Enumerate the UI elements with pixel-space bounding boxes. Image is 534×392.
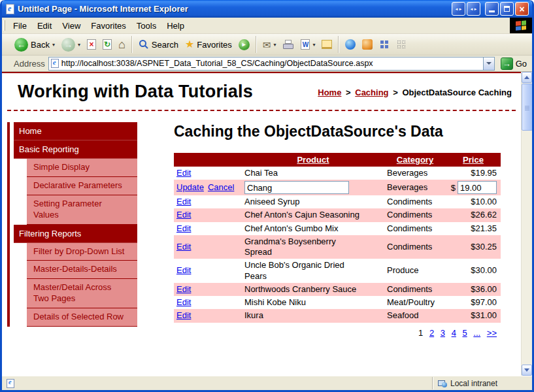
- close-icon: ×: [519, 5, 524, 14]
- toolbar-separator: [256, 36, 257, 53]
- edit-link[interactable]: Edit: [176, 223, 191, 233]
- pager-link-ellipsis[interactable]: ...: [473, 328, 480, 338]
- discuss-button[interactable]: [319, 39, 335, 50]
- vertical-scrollbar[interactable]: [521, 72, 532, 376]
- page-header: Working with Data Tutorials Home > Cachi…: [2, 73, 521, 106]
- scroll-up-button[interactable]: [522, 72, 532, 83]
- sidebar-item-setting-parameter-values[interactable]: Setting Parameter Values: [27, 195, 137, 225]
- category-cell: Condiments: [384, 222, 446, 235]
- product-sort-link[interactable]: Product: [297, 155, 329, 165]
- stop-button[interactable]: ×: [84, 38, 99, 51]
- refresh-button[interactable]: ↻: [100, 38, 114, 51]
- status-left-pane: [4, 379, 432, 388]
- back-dropdown-icon[interactable]: ▾: [52, 42, 55, 48]
- search-button[interactable]: Search: [136, 38, 181, 51]
- print-button[interactable]: [280, 38, 297, 52]
- media-button[interactable]: ►: [236, 38, 252, 52]
- sidebar-item-declarative-parameters[interactable]: Declarative Parameters: [27, 177, 137, 195]
- edit-link[interactable]: Edit: [176, 197, 191, 206]
- minimize-button[interactable]: [485, 2, 499, 16]
- pager-link-3[interactable]: 3: [441, 328, 445, 338]
- forward-dropdown-icon[interactable]: ▾: [78, 42, 80, 48]
- favorites-button[interactable]: ★ Favorites: [182, 38, 235, 51]
- messenger-button[interactable]: [342, 38, 358, 51]
- edit-link[interactable]: Edit: [176, 168, 191, 178]
- scroll-thumb[interactable]: [522, 84, 532, 131]
- product-name-input[interactable]: [244, 181, 349, 194]
- menu-favorites[interactable]: Favorites: [86, 18, 131, 33]
- menu-file[interactable]: File: [8, 18, 32, 33]
- sidebar-nav: Home Basic Reporting Simple Display Decl…: [7, 122, 145, 327]
- toggle-grid-button[interactable]: [393, 38, 409, 51]
- sidebar-item-basic-reporting[interactable]: Basic Reporting: [14, 140, 137, 159]
- main-content: Caching the ObjectDataSource's Data Prod…: [145, 122, 521, 341]
- edit-link[interactable]: Edit: [176, 265, 191, 275]
- sidebar-item-details-of-selected-row[interactable]: Details of Selected Row: [27, 308, 137, 327]
- throbber-box: [510, 18, 532, 33]
- sidebar-item-master-detail-two-pages[interactable]: Master/Detail Across Two Pages: [27, 279, 137, 308]
- breadcrumb-caching-link[interactable]: Caching: [355, 88, 388, 97]
- forward-button[interactable]: → ▾: [59, 37, 83, 53]
- browser-viewport: Working with Data Tutorials Home > Cachi…: [2, 72, 532, 376]
- update-link[interactable]: Update: [176, 182, 204, 192]
- maximize-button[interactable]: [500, 2, 514, 16]
- edit-link[interactable]: Edit: [176, 284, 191, 294]
- pager-link-next[interactable]: >>: [487, 328, 497, 338]
- go-arrow-icon: →: [501, 57, 513, 70]
- mail-dropdown-icon[interactable]: ▾: [273, 42, 276, 48]
- pager-link-4[interactable]: 4: [452, 328, 456, 338]
- pager-link-2[interactable]: 2: [429, 328, 434, 338]
- mail-button[interactable]: ✉ ▾: [260, 39, 279, 51]
- search-label: Search: [152, 40, 178, 50]
- table-row: Edit Chef Anton's Gumbo Mix Condiments $…: [174, 222, 501, 235]
- arrow-down-icon: [524, 368, 529, 372]
- address-dropdown-button[interactable]: [483, 57, 494, 70]
- menu-tools[interactable]: Tools: [131, 18, 161, 33]
- toolbar-separator: [338, 36, 339, 53]
- quick-tools-button[interactable]: [376, 38, 392, 51]
- edit-with-word-button[interactable]: W ▾: [298, 38, 318, 51]
- product-cell: Chai Tea: [242, 167, 384, 180]
- address-url[interactable]: http://localhost:3038/ASPNET_Data_Tutori…: [61, 59, 483, 68]
- pager-row: 1 2 3 4 5 ... >>: [174, 323, 501, 341]
- pager-link-5[interactable]: 5: [462, 328, 467, 338]
- category-sort-link[interactable]: Category: [397, 155, 433, 165]
- sidebar-item-master-details-details[interactable]: Master-Details-Details: [27, 261, 137, 279]
- table-row: Edit Uncle Bob's Organic Dried Pears Pro…: [174, 259, 501, 283]
- breadcrumb-home-link[interactable]: Home: [318, 88, 341, 97]
- left-right-arrows-icon: ◄►: [455, 7, 463, 11]
- sidebar-item-simple-display[interactable]: Simple Display: [27, 159, 137, 177]
- scroll-down-button[interactable]: [522, 365, 532, 376]
- edit-link[interactable]: Edit: [176, 210, 191, 220]
- sidebar-item-filtering-reports[interactable]: Filtering Reports: [14, 225, 137, 243]
- favorites-label: Favorites: [197, 40, 231, 50]
- price-cell: $30.25: [446, 235, 501, 259]
- edit-link[interactable]: Edit: [176, 242, 191, 252]
- menu-view[interactable]: View: [57, 18, 86, 33]
- menu-help[interactable]: Help: [161, 18, 190, 33]
- edit-link[interactable]: Edit: [176, 310, 191, 320]
- cancel-link[interactable]: Cancel: [208, 182, 234, 192]
- menu-edit[interactable]: Edit: [32, 18, 57, 33]
- sidebar-item-home[interactable]: Home: [14, 122, 137, 140]
- titlebar-extra-button[interactable]: ◄►: [467, 2, 480, 16]
- edit-link[interactable]: Edit: [176, 297, 191, 307]
- category-cell: Beverages: [384, 167, 446, 180]
- close-button[interactable]: ×: [515, 2, 529, 16]
- products-grid: Product Category Price Edit Chai Tea Bev…: [174, 153, 501, 341]
- word-dropdown-icon[interactable]: ▾: [312, 42, 315, 48]
- go-button[interactable]: → Go: [498, 57, 529, 70]
- fullscreen-arrows-button[interactable]: ◄►: [452, 2, 465, 16]
- sidebar-item-filter-by-dropdown-list[interactable]: Filter by Drop-Down List: [27, 243, 137, 261]
- minimize-icon: [489, 10, 495, 12]
- table-row: Edit Chef Anton's Cajun Seasoning Condim…: [174, 208, 501, 221]
- status-bar: Local intranet: [2, 376, 532, 390]
- price-sort-link[interactable]: Price: [463, 155, 484, 165]
- back-button[interactable]: ← Back ▾: [12, 37, 58, 53]
- address-input[interactable]: http://localhost:3038/ASPNET_Data_Tutori…: [48, 57, 495, 71]
- scroll-track[interactable]: [522, 83, 532, 365]
- price-input[interactable]: [458, 181, 497, 194]
- research-button[interactable]: [359, 38, 375, 51]
- product-cell: Northwoods Cranberry Sauce: [242, 283, 384, 296]
- home-button[interactable]: ⌂: [116, 37, 128, 52]
